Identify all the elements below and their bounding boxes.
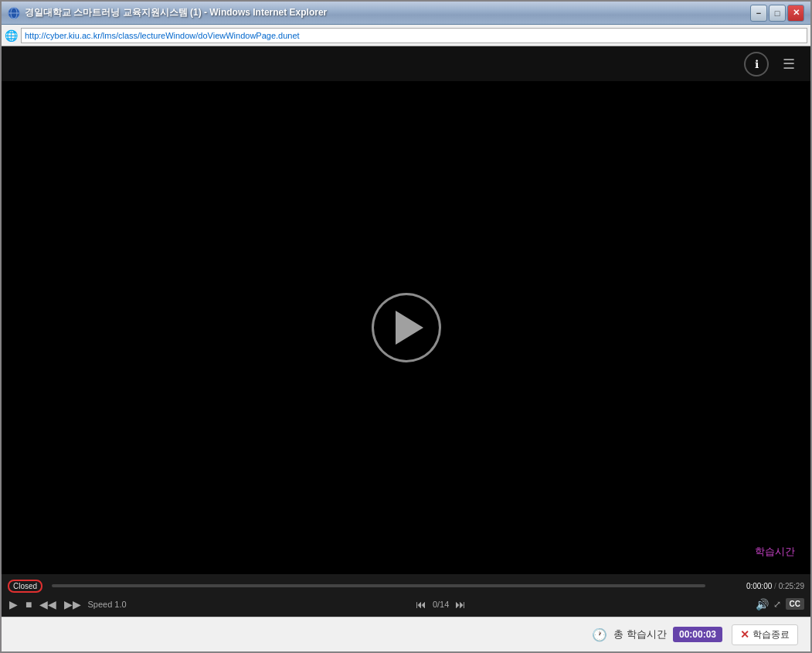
fullscreen-button[interactable]: ⤢	[773, 599, 781, 610]
browser-window: 경일대학교 스마트러닝 교육지원시스템 (1) - Windows Intern…	[0, 0, 812, 653]
next-chapter-button[interactable]: ⏭	[454, 597, 467, 612]
study-time-section: 🕐 총 학습시간 00:00:03	[592, 627, 722, 642]
url-bar[interactable]	[21, 28, 807, 43]
window-title: 경일대학교 스마트러닝 교육지원시스템 (1) - Windows Intern…	[25, 6, 750, 19]
stop-button[interactable]: ■	[24, 597, 33, 612]
play-pause-button[interactable]: ▶	[8, 597, 19, 612]
status-bar: 🕐 총 학습시간 00:00:03 ✕ 학습종료	[2, 617, 810, 651]
fast-forward-button[interactable]: ▶▶	[63, 597, 83, 612]
info-icon: ℹ	[755, 58, 759, 70]
browser-icon	[8, 7, 20, 19]
fast-forward-icon: ▶▶	[64, 598, 81, 610]
end-btn-label: 학습종료	[753, 628, 790, 641]
rewind-button[interactable]: ◀◀	[38, 597, 58, 612]
menu-icon: ☰	[783, 56, 795, 73]
title-bar: 경일대학교 스마트러닝 교육지원시스템 (1) - Windows Intern…	[2, 2, 810, 25]
study-time-text: 총 학습시간	[613, 627, 667, 641]
cc-label: CC	[790, 600, 800, 608]
next-chapter-icon: ⏭	[455, 598, 466, 610]
close-button[interactable]: ✕	[787, 5, 804, 22]
closed-badge: Closed	[8, 580, 42, 593]
stop-icon: ■	[25, 598, 32, 610]
progress-area: Closed 0:00:00 / 0:25:29	[8, 580, 804, 593]
maximize-button[interactable]: □	[769, 5, 786, 22]
chapter-display: 0/14	[433, 600, 449, 609]
browser-logo-icon: 🌐	[5, 29, 18, 42]
menu-button[interactable]: ☰	[776, 52, 801, 77]
time-separator: /	[774, 582, 776, 590]
play-button[interactable]	[372, 293, 441, 362]
controls-row: ▶ ■ ◀◀ ▶▶ Speed 1.0 ⏮ 0/14 ⏭	[8, 597, 804, 612]
cc-button[interactable]: CC	[786, 598, 804, 610]
time-current: 0:00:00	[746, 582, 772, 590]
volume-button[interactable]: 🔊	[756, 598, 769, 610]
progress-bar[interactable]	[52, 584, 705, 587]
close-icon: ✕	[740, 628, 749, 641]
study-time-label: 학습시간	[755, 545, 795, 559]
content-area: ℹ ☰ 학습시간 Closed 0:0	[2, 46, 810, 651]
study-time-value: 00:00:03	[673, 627, 722, 642]
volume-icon: 🔊	[756, 598, 769, 610]
video-area: 학습시간	[2, 81, 810, 574]
fullscreen-icon: ⤢	[773, 599, 781, 610]
info-button[interactable]: ℹ	[744, 52, 769, 77]
rewind-icon: ◀◀	[39, 598, 56, 610]
time-total: 0:25:29	[779, 582, 804, 590]
clock-icon: 🕐	[592, 627, 607, 642]
minimize-button[interactable]: −	[750, 5, 767, 22]
time-display: 0:00:00 / 0:25:29	[712, 582, 804, 590]
window-controls: − □ ✕	[750, 5, 804, 22]
prev-chapter-button[interactable]: ⏮	[414, 597, 428, 612]
closed-label: Closed	[13, 582, 37, 590]
play-icon	[396, 311, 423, 345]
player-toolbar: ℹ ☰	[2, 46, 810, 81]
speed-label[interactable]: Speed 1.0	[87, 600, 126, 609]
prev-chapter-icon: ⏮	[416, 598, 426, 610]
control-bar: Closed 0:00:00 / 0:25:29 ▶ ■	[2, 574, 810, 617]
nav-bar: 🌐	[2, 25, 810, 46]
end-study-button[interactable]: ✕ 학습종료	[732, 624, 798, 645]
